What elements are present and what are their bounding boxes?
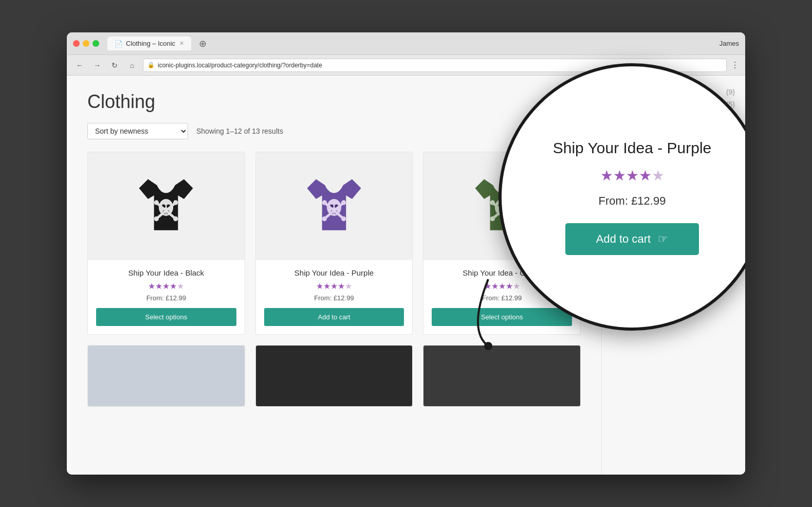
product-info-black: Ship Your Idea - Black ★★★★★ From: £12.9… [88, 260, 245, 334]
forward-button[interactable]: → [90, 59, 104, 72]
product-card-partial-1 [87, 345, 245, 407]
select-options-black-button[interactable]: Select options [96, 308, 236, 326]
cursor-hand-icon: ☞ [658, 232, 668, 245]
product-price-black: From: £12.99 [96, 294, 236, 302]
reload-button[interactable]: ↻ [108, 59, 121, 72]
svg-point-25 [490, 216, 494, 221]
sidebar-item-count-tshirts: (9) [726, 88, 735, 96]
maximize-window-button[interactable] [93, 40, 99, 47]
new-tab-icon: ⊕ [199, 38, 207, 49]
magnified-add-to-cart-label: Add to cart [596, 232, 651, 245]
shop-toolbar: Sort by newnessSort by popularitySort by… [87, 123, 581, 139]
home-button[interactable]: ⌂ [125, 59, 139, 72]
product-card-partial-2 [255, 345, 413, 407]
svg-point-6 [173, 200, 178, 205]
magnified-content: Ship Your Idea - Purple ★★★★★ From: £12.… [532, 119, 732, 276]
page-title: Clothing [87, 91, 581, 113]
titlebar: 📄 Clothing – Iconic ✕ ⊕ James [67, 32, 745, 55]
svg-point-16 [322, 216, 327, 221]
tab-close-button[interactable]: ✕ [179, 40, 184, 47]
svg-point-5 [154, 200, 159, 205]
product-card-partial-3 [423, 345, 581, 407]
product-card-purple: Ship Your Idea - Purple ★★★★★ From: £12.… [255, 152, 413, 335]
magnified-price: From: £12.99 [599, 194, 666, 208]
browser-menu-button[interactable]: ⋮ [731, 60, 739, 70]
back-button[interactable]: ← [73, 59, 86, 72]
svg-point-14 [322, 200, 327, 205]
sort-select[interactable]: Sort by newnessSort by popularitySort by… [87, 123, 188, 139]
svg-point-17 [341, 216, 346, 221]
minimize-window-button[interactable] [83, 40, 89, 47]
product-info-purple: Ship Your Idea - Purple ★★★★★ From: £12.… [256, 260, 413, 334]
magnified-stars: ★★★★★ [600, 167, 665, 184]
add-to-cart-purple-button[interactable]: Add to cart [264, 308, 404, 326]
product-stars-purple: ★★★★★ [264, 281, 404, 291]
magnified-add-to-cart-button[interactable]: Add to cart ☞ [565, 223, 699, 255]
new-tab-button[interactable]: ⊕ [195, 37, 210, 51]
svg-point-7 [154, 216, 159, 221]
product-image-purple [256, 152, 413, 260]
lock-icon: 🔒 [147, 62, 155, 68]
select-options-green-button[interactable]: Select options [432, 308, 572, 326]
product-stars-black: ★★★★★ [96, 281, 236, 291]
tab-favicon-icon: 📄 [115, 40, 122, 47]
browser-tab[interactable]: 📄 Clothing – Iconic ✕ [107, 37, 191, 50]
product-card-black: Ship Your Idea - Black ★★★★★ From: £12.9… [87, 152, 245, 335]
product-name-purple: Ship Your Idea - Purple [264, 268, 404, 277]
product-price-purple: From: £12.99 [264, 294, 404, 302]
results-count: Showing 1–12 of 13 results [196, 127, 283, 135]
close-window-button[interactable] [73, 40, 80, 47]
products-grid-row2 [87, 345, 581, 407]
svg-point-8 [173, 216, 178, 221]
svg-point-23 [490, 200, 494, 205]
magnified-product-name: Ship Your Idea - Purple [553, 139, 712, 157]
tab-title: Clothing – Iconic [126, 40, 175, 47]
product-name-black: Ship Your Idea - Black [96, 268, 236, 277]
traffic-lights [73, 40, 99, 47]
product-image-black [88, 152, 245, 260]
url-text: iconic-plugins.local/product-category/cl… [158, 62, 322, 69]
svg-point-15 [341, 200, 346, 205]
user-name: James [719, 40, 739, 47]
